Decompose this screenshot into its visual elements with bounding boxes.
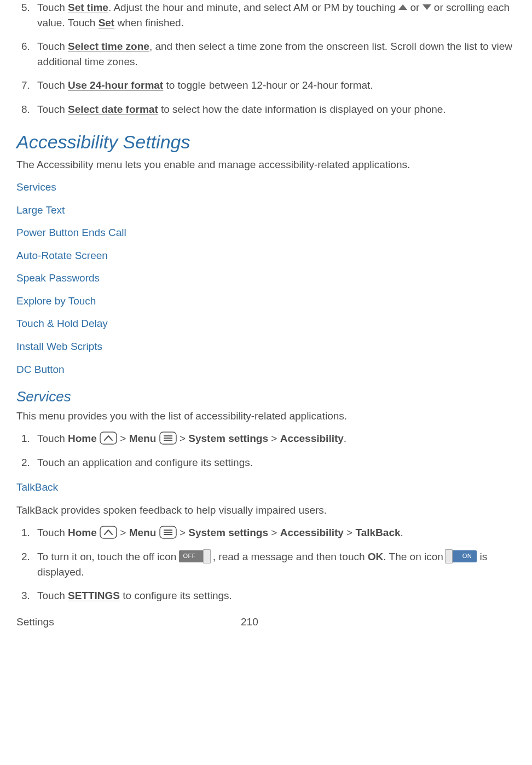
- up-arrow-icon: [398, 4, 407, 10]
- text: to select how the date information is di…: [158, 103, 446, 115]
- text: to toggle between 12-hour or 24-hour for…: [163, 79, 373, 91]
- settings-label: SETTINGS: [68, 590, 120, 601]
- text: Touch: [37, 590, 68, 601]
- system-settings-label: System settings: [188, 527, 268, 538]
- text: Touch: [37, 103, 68, 115]
- on-switch-label: ON: [462, 552, 472, 561]
- home-label: Home: [68, 433, 97, 444]
- footer-section: Settings: [16, 614, 241, 630]
- link-services[interactable]: Services: [16, 180, 521, 195]
- link-speak-passwords[interactable]: Speak Passwords: [16, 271, 521, 286]
- talkback-label: TalkBack: [355, 527, 400, 538]
- text: .: [401, 527, 403, 538]
- menu-label: Menu: [129, 527, 157, 538]
- link-power-button-ends-call[interactable]: Power Button Ends Call: [16, 225, 521, 240]
- home-label: Home: [68, 527, 97, 538]
- separator: >: [180, 433, 188, 444]
- text: . The on icon: [383, 551, 446, 562]
- accessibility-label: Accessibility: [280, 433, 344, 444]
- step-7: Touch Use 24-hour format to toggle betwe…: [33, 78, 521, 93]
- services-steps: Touch Home > Menu > System settings > Ac…: [16, 431, 521, 470]
- on-switch-icon: ON: [446, 550, 477, 562]
- accessibility-link-list: Services Large Text Power Button Ends Ca…: [16, 180, 521, 377]
- talkback-steps: Touch Home > Menu > System settings > Ac…: [16, 525, 521, 603]
- text: , read a message and then touch: [210, 551, 367, 562]
- system-settings-label: System settings: [188, 433, 268, 444]
- services-step-2: Touch an application and configure its s…: [33, 455, 521, 470]
- link-dc-button[interactable]: DC Button: [16, 362, 521, 377]
- link-large-text[interactable]: Large Text: [16, 203, 521, 218]
- text: . Adjust the hour and minute, and select…: [108, 2, 398, 13]
- step-5: Touch Set time. Adjust the hour and minu…: [33, 0, 521, 30]
- home-icon: [100, 432, 117, 445]
- link-auto-rotate-screen[interactable]: Auto-Rotate Screen: [16, 248, 521, 263]
- text: To turn it on, touch the off icon: [37, 551, 179, 562]
- step-6: Touch Select time zone, and then select …: [33, 39, 521, 69]
- text: to configure its settings.: [120, 590, 232, 601]
- action-label: Set: [99, 17, 115, 28]
- services-desc: This menu provides you with the list of …: [16, 409, 521, 424]
- text: Touch: [37, 527, 68, 538]
- menu-icon: [159, 432, 177, 445]
- separator: >: [344, 527, 356, 538]
- accessibility-label: Accessibility: [280, 527, 344, 538]
- accessibility-heading: Accessibility Settings: [16, 129, 521, 156]
- link-touch-hold-delay[interactable]: Touch & Hold Delay: [16, 316, 521, 331]
- link-install-web-scripts[interactable]: Install Web Scripts: [16, 339, 521, 354]
- down-arrow-icon: [423, 4, 431, 10]
- text: .: [344, 433, 346, 444]
- link-explore-by-touch[interactable]: Explore by Touch: [16, 294, 521, 309]
- separator: >: [268, 433, 280, 444]
- page-footer: Settings 210: [16, 614, 521, 637]
- off-switch-label: OFF: [183, 552, 196, 561]
- action-label: Select date format: [68, 103, 158, 115]
- services-step-1: Touch Home > Menu > System settings > Ac…: [33, 431, 521, 446]
- menu-icon: [159, 526, 177, 539]
- ok-label: OK: [368, 551, 384, 562]
- accessibility-desc: The Accessibility menu lets you enable a…: [16, 157, 521, 172]
- action-label: Use 24-hour format: [68, 79, 163, 91]
- separator: >: [180, 527, 188, 538]
- home-icon: [100, 526, 117, 539]
- text: or: [407, 2, 422, 13]
- svg-rect-5: [100, 526, 117, 538]
- off-switch-icon: OFF: [179, 550, 210, 562]
- svg-rect-0: [100, 432, 117, 444]
- numbered-list-datetime: Touch Set time. Adjust the hour and minu…: [16, 0, 521, 117]
- text: Touch: [37, 433, 68, 444]
- action-label: Set time: [68, 2, 108, 13]
- separator: >: [268, 527, 280, 538]
- talkback-step-1: Touch Home > Menu > System settings > Ac…: [33, 525, 521, 540]
- talkback-step-3: Touch SETTINGS to configure its settings…: [33, 588, 521, 603]
- talkback-desc: TalkBack provides spoken feedback to hel…: [16, 503, 521, 518]
- talkback-step-2: To turn it on, touch the off icon OFF , …: [33, 549, 521, 579]
- separator: >: [120, 433, 129, 444]
- footer-page-number: 210: [241, 614, 258, 630]
- text: Touch: [37, 41, 68, 52]
- separator: >: [120, 527, 129, 538]
- services-heading: Services: [16, 387, 521, 407]
- menu-label: Menu: [129, 433, 157, 444]
- talkback-heading[interactable]: TalkBack: [16, 480, 521, 495]
- text: Touch: [37, 2, 68, 13]
- step-8: Touch Select date format to select how t…: [33, 102, 521, 117]
- text: Touch: [37, 79, 68, 91]
- text: when finished.: [114, 17, 184, 28]
- action-label: Select time zone: [68, 41, 149, 52]
